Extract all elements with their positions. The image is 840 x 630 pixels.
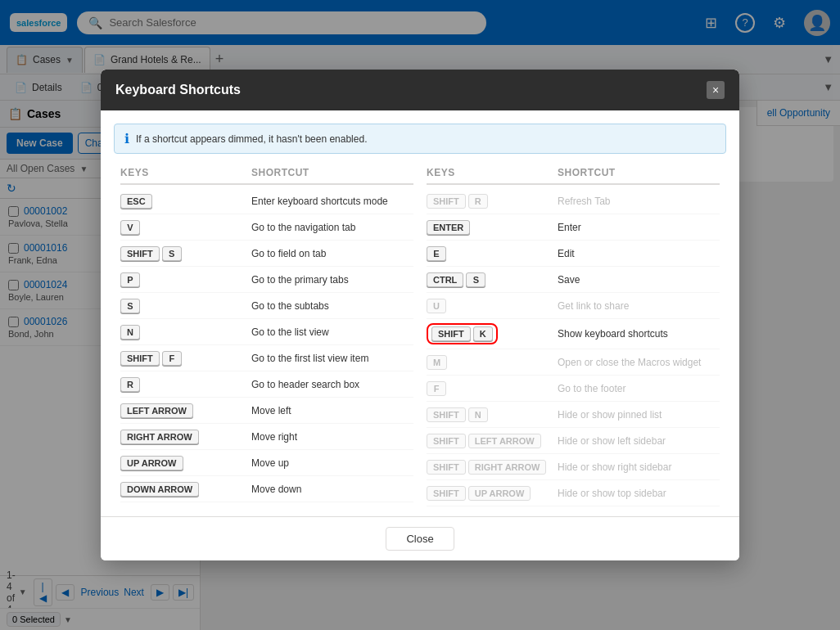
key-group-n: N bbox=[120, 325, 251, 340]
close-button[interactable]: Close bbox=[386, 527, 454, 551]
key-group-s: S bbox=[120, 299, 251, 313]
shortcut-row-shift-up-arrow: SHIFT UP ARROW Hide or show top sidebar bbox=[427, 480, 720, 506]
shortcut-row-shift-s: SHIFT S Go to field on tab bbox=[120, 241, 413, 267]
desc-right-arrow: Move right bbox=[251, 431, 413, 443]
desc-shift-f: Go to the first list view item bbox=[251, 353, 413, 364]
desc-edit: Edit bbox=[558, 248, 720, 259]
shortcut-row-enter: ENTER Enter bbox=[427, 214, 720, 241]
modal-body: ℹ If a shortcut appears dimmed, it hasn'… bbox=[101, 110, 739, 516]
key-group-left-arrow: LEFT ARROW bbox=[120, 403, 251, 418]
key-group-up-arrow: UP ARROW bbox=[120, 456, 251, 470]
key-e: E bbox=[427, 246, 446, 261]
key-n: N bbox=[120, 325, 140, 340]
info-icon: ℹ bbox=[124, 131, 129, 146]
key-f1: F bbox=[162, 351, 182, 366]
key-shift-la: SHIFT bbox=[427, 434, 466, 448]
desc-macros: Open or close the Macros widget bbox=[558, 357, 720, 368]
key-s3: S bbox=[466, 272, 485, 287]
desc-v: Go to the navigation tab bbox=[251, 222, 413, 233]
key-shift-r1: SHIFT bbox=[427, 194, 466, 209]
key-shift-1: SHIFT bbox=[120, 246, 160, 261]
shortcut-table: Keys Shortcut ESC Enter keyboard shortcu… bbox=[114, 167, 726, 506]
key-shift-n1: SHIFT bbox=[427, 407, 466, 422]
shortcut-row-right-arrow: RIGHT ARROW Move right bbox=[120, 424, 413, 450]
desc-footer: Go to the footer bbox=[558, 383, 720, 394]
key-group-esc: ESC bbox=[120, 194, 251, 209]
key-down-arrow: DOWN ARROW bbox=[120, 482, 199, 497]
desc-up-arrow: Move up bbox=[251, 457, 413, 469]
desc-refresh-tab: Refresh Tab bbox=[558, 196, 720, 207]
key-left-arrow: LEFT ARROW bbox=[120, 403, 193, 418]
key-shift-ua: SHIFT bbox=[427, 486, 466, 501]
key-group-enter: ENTER bbox=[427, 220, 558, 235]
shortcut-row-up-arrow: UP ARROW Move up bbox=[120, 450, 413, 476]
desc-save: Save bbox=[558, 274, 720, 286]
left-col-header: Keys Shortcut bbox=[120, 167, 413, 185]
key-group-shift-up-arrow: SHIFT UP ARROW bbox=[427, 486, 558, 501]
desc-n: Go to the list view bbox=[251, 326, 413, 338]
key-s1: S bbox=[162, 246, 182, 261]
key-group-ctrl-s: CTRL S bbox=[427, 272, 558, 287]
shortcut-col-left: Keys Shortcut ESC Enter keyboard shortcu… bbox=[114, 167, 420, 506]
shortcut-row-v: V Go to the navigation tab bbox=[120, 214, 413, 241]
desc-down-arrow: Move down bbox=[251, 484, 413, 495]
key-group-shift-n: SHIFT N bbox=[427, 407, 558, 422]
desc-show-shortcuts: Show keyboard shortcuts bbox=[558, 328, 720, 340]
key-k: K bbox=[473, 326, 493, 341]
key-group-p: P bbox=[120, 272, 251, 287]
key-group-shift-s: SHIFT S bbox=[120, 246, 251, 261]
shortcut-row-s: S Go to the subtabs bbox=[120, 293, 413, 319]
key-group-shift-k: SHIFT K bbox=[427, 323, 558, 344]
key-shift-ra: SHIFT bbox=[427, 460, 466, 475]
desc-s: Go to the subtabs bbox=[251, 300, 413, 312]
desc-shift-s: Go to field on tab bbox=[251, 248, 413, 259]
key-shift-k1: SHIFT bbox=[431, 326, 471, 341]
modal-title: Keyboard Shortcuts bbox=[115, 83, 241, 97]
desc-r: Go to header search box bbox=[251, 379, 413, 390]
shortcut-row-left-arrow: LEFT ARROW Move left bbox=[120, 398, 413, 424]
shortcut-row-p: P Go to the primary tabs bbox=[120, 267, 413, 293]
desc-p: Go to the primary tabs bbox=[251, 274, 413, 286]
key-group-right-arrow: RIGHT ARROW bbox=[120, 430, 251, 444]
desc-get-link: Get link to share bbox=[558, 300, 720, 312]
shortcut-row-shift-r: SHIFT R Refresh Tab bbox=[427, 188, 720, 214]
desc-pinned-list: Hide or show pinned list bbox=[558, 409, 720, 421]
key-enter: ENTER bbox=[427, 220, 470, 235]
highlight-circle: SHIFT K bbox=[427, 323, 498, 344]
key-r: R bbox=[120, 377, 140, 392]
key-up-arrow: UP ARROW bbox=[120, 456, 183, 470]
key-group-shift-r: SHIFT R bbox=[427, 194, 558, 209]
shortcut-row-ctrl-s: CTRL S Save bbox=[427, 267, 720, 293]
key-shift-2: SHIFT bbox=[120, 351, 160, 366]
right-col-header: Keys Shortcut bbox=[427, 167, 720, 185]
left-shortcut-label: Shortcut bbox=[251, 167, 413, 178]
shortcut-row-esc: ESC Enter keyboard shortcuts mode bbox=[120, 188, 413, 214]
shortcut-row-shift-f: SHIFT F Go to the first list view item bbox=[120, 345, 413, 371]
modal-overlay[interactable]: Keyboard Shortcuts × ℹ If a shortcut app… bbox=[0, 0, 840, 630]
shortcut-row-e: E Edit bbox=[427, 241, 720, 267]
desc-right-sidebar: Hide or show right sidebar bbox=[558, 461, 720, 473]
modal-header: Keyboard Shortcuts × bbox=[101, 70, 739, 110]
modal-close-button[interactable]: × bbox=[707, 81, 725, 99]
shortcut-row-n: N Go to the list view bbox=[120, 319, 413, 345]
key-p: P bbox=[120, 272, 140, 287]
key-group-shift-f: SHIFT F bbox=[120, 351, 251, 366]
shortcut-row-f: F Go to the footer bbox=[427, 376, 720, 402]
key-esc: ESC bbox=[120, 194, 152, 209]
key-group-m: M bbox=[427, 355, 558, 370]
key-left-arrow2: LEFT ARROW bbox=[468, 434, 541, 448]
left-keys-label: Keys bbox=[120, 167, 251, 178]
shortcut-row-shift-right-arrow: SHIFT RIGHT ARROW Hide or show right sid… bbox=[427, 454, 720, 480]
key-s2: S bbox=[120, 299, 140, 313]
shortcut-row-m: M Open or close the Macros widget bbox=[427, 349, 720, 376]
shortcut-row-u: U Get link to share bbox=[427, 293, 720, 319]
key-v: V bbox=[120, 220, 140, 235]
shortcut-row-shift-left-arrow: SHIFT LEFT ARROW Hide or show left sideb… bbox=[427, 428, 720, 454]
desc-left-sidebar: Hide or show left sidebar bbox=[558, 435, 720, 447]
key-group-u: U bbox=[427, 299, 558, 313]
key-group-shift-left-arrow: SHIFT LEFT ARROW bbox=[427, 434, 558, 448]
key-f2: F bbox=[427, 381, 446, 396]
key-group-shift-right-arrow: SHIFT RIGHT ARROW bbox=[427, 460, 558, 475]
modal-footer: Close bbox=[101, 516, 739, 560]
desc-top-sidebar: Hide or show top sidebar bbox=[558, 488, 720, 499]
